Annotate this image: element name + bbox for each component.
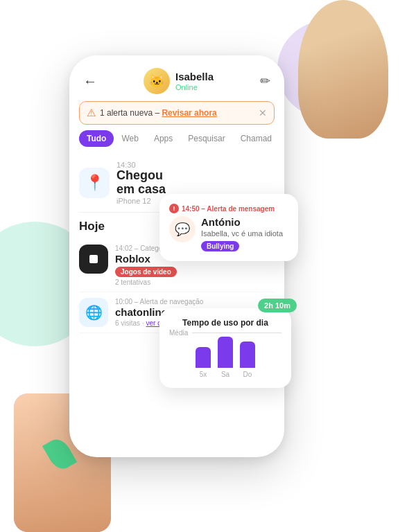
tab-pesquisar[interactable]: Pesquisar [180, 130, 232, 147]
bar-label-do: Do [243, 371, 252, 378]
message-time: 14:50 – Alerta de mensagem [182, 205, 275, 213]
tab-chamad[interactable]: Chamad [233, 130, 279, 147]
bar-label-5x: 5x [200, 371, 207, 378]
chart-card: 2h 10m Tempo de uso por dia Média 5x Sa … [159, 308, 291, 388]
tabs-row: Tudo Web Apps Pesquisar Chamad [69, 130, 284, 147]
web-time-label: 10:00 – Alerta de navegação [115, 298, 275, 305]
chart-time-badge: 2h 10m [258, 299, 297, 312]
location-name: Chegou em casa [116, 169, 166, 197]
bar-group-sa: Sa [218, 337, 233, 378]
svg-rect-1 [89, 255, 98, 263]
avatar: 🐱 [144, 68, 170, 94]
web-icon: 🌐 [79, 298, 108, 327]
bar-group-do: Do [240, 342, 255, 378]
roblox-badge: Jogos de vídeo [115, 267, 177, 277]
chart-bars: 5x Sa Do [169, 341, 281, 378]
message-text: Isabella, vc é uma idiota [201, 229, 283, 238]
user-info: 🐱 Isabella Online [144, 68, 214, 94]
chart-title: Tempo de uso por dia [169, 318, 281, 328]
roblox-sub: 2 tentativas [115, 278, 275, 286]
message-icon-row: 💬 António Isabella, vc é uma idiota Bull… [169, 216, 288, 251]
leaf-decoration [49, 438, 71, 470]
alert-warning-icon: ⚠ [87, 107, 96, 119]
message-bubble-icon: 💬 [169, 216, 196, 242]
alert-link[interactable]: Revisar ahora [162, 108, 216, 118]
roblox-icon [79, 245, 108, 274]
message-exclaim-icon: ! [169, 204, 179, 213]
bar-5x [196, 347, 211, 368]
phone-mockup: ← 🐱 Isabella Online ✏ ⚠ 1 alerta nueva –… [69, 55, 284, 457]
edit-button[interactable]: ✏ [260, 73, 270, 89]
message-content: António Isabella, vc é uma idiota Bullyi… [201, 216, 283, 251]
person-top-right-image [298, 0, 388, 139]
user-status: Online [175, 83, 214, 91]
user-name: Isabella [175, 71, 214, 83]
back-button[interactable]: ← [83, 73, 97, 89]
message-sender-name: António [201, 216, 283, 228]
user-name-status: Isabella Online [175, 71, 214, 91]
chart-media-label: Média [169, 329, 188, 337]
tab-tudo[interactable]: Tudo [79, 130, 114, 147]
alert-text: 1 alerta nueva – Revisar ahora [100, 108, 254, 118]
tab-web[interactable]: Web [114, 130, 146, 147]
bar-sa [218, 337, 233, 368]
alert-banner: ⚠ 1 alerta nueva – Revisar ahora ✕ [79, 101, 275, 125]
bar-group-5x: 5x [196, 347, 211, 378]
bar-do [240, 342, 255, 368]
message-card: ! 14:50 – Alerta de mensagem 💬 António I… [159, 194, 298, 261]
phone-header: ← 🐱 Isabella Online ✏ [69, 55, 284, 101]
location-device: iPhone 12 [116, 197, 166, 205]
alert-close-button[interactable]: ✕ [259, 107, 267, 118]
chart-media-row: Média [169, 329, 281, 337]
location-info: 14:30 Chegou em casa iPhone 12 [116, 161, 166, 205]
location-icon: 📍 [79, 168, 110, 198]
tab-apps[interactable]: Apps [146, 130, 180, 147]
bar-label-sa: Sa [221, 371, 229, 378]
message-badge: Bullying [201, 241, 239, 251]
message-card-header: ! 14:50 – Alerta de mensagem [169, 204, 288, 213]
